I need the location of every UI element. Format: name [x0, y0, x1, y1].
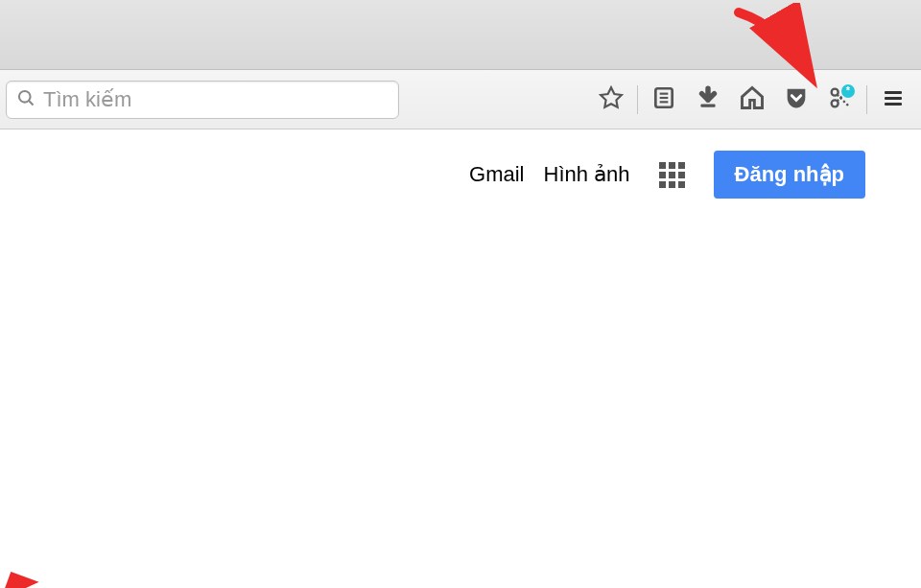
page-content: Gmail Hình ảnh Đăng nhập	[0, 129, 921, 588]
svg-rect-14	[885, 103, 902, 106]
reading-list-button[interactable]	[642, 78, 686, 122]
images-link[interactable]: Hình ảnh	[544, 162, 630, 187]
svg-marker-2	[601, 87, 622, 107]
downloads-button[interactable]	[686, 78, 730, 122]
toolbar-divider	[637, 85, 638, 114]
home-button[interactable]	[730, 78, 774, 122]
svg-rect-12	[885, 91, 902, 94]
star-icon	[599, 85, 624, 114]
search-icon	[16, 88, 35, 111]
hamburger-menu-icon	[882, 86, 905, 113]
download-icon	[696, 85, 720, 114]
search-input[interactable]	[43, 87, 389, 112]
bookmark-star-button[interactable]	[589, 78, 633, 122]
google-top-nav: Gmail Hình ảnh Đăng nhập	[0, 129, 921, 199]
gmail-link[interactable]: Gmail	[469, 162, 524, 187]
svg-point-0	[19, 90, 31, 102]
sign-in-button[interactable]: Đăng nhập	[714, 151, 865, 199]
svg-line-1	[29, 101, 33, 105]
svg-rect-13	[885, 97, 902, 100]
search-box[interactable]	[6, 81, 399, 119]
main-menu-button[interactable]	[871, 78, 915, 122]
pocket-button[interactable]	[774, 78, 818, 122]
window-titlebar	[0, 0, 921, 70]
screenshot-extension-button[interactable]: *	[818, 78, 862, 122]
svg-rect-7	[700, 104, 715, 106]
google-apps-button[interactable]	[659, 162, 685, 188]
apps-grid-icon	[659, 162, 666, 169]
browser-toolbar: *	[0, 70, 921, 129]
home-icon	[739, 84, 766, 115]
reading-list-icon	[651, 85, 676, 114]
notification-badge: *	[841, 84, 855, 98]
toolbar-divider	[866, 85, 867, 114]
pocket-icon	[783, 84, 810, 115]
